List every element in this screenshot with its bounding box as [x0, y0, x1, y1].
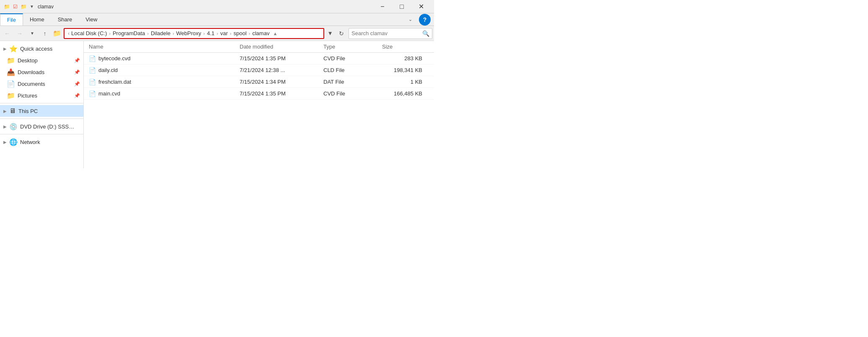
help-button[interactable]: ?: [419, 14, 431, 26]
sidebar-item-desktop[interactable]: 📁 Desktop 📌: [0, 54, 83, 66]
close-button[interactable]: ✕: [411, 0, 431, 13]
tab-share[interactable]: Share: [51, 13, 79, 26]
documents-label: Documents: [18, 81, 45, 87]
file-size: 166,485 KB: [380, 90, 431, 97]
file-name: main.cvd: [98, 90, 120, 97]
breadcrumb-diladele: Diladele: [151, 30, 170, 36]
col-name[interactable]: Name: [87, 44, 238, 50]
search-box[interactable]: 🔍: [349, 28, 432, 39]
file-type: CLD File: [322, 67, 380, 73]
pictures-label: Pictures: [18, 93, 37, 99]
back-button[interactable]: ←: [2, 28, 13, 39]
file-name: daily.cld: [98, 67, 118, 73]
file-name-cell: 📄 daily.cld: [87, 67, 238, 74]
recent-folders-button[interactable]: 📁: [52, 28, 62, 39]
sidebar-section-quick-access[interactable]: ▶ ⭐ Quick access: [0, 43, 83, 54]
sidebar-divider-1: [0, 103, 83, 103]
table-row[interactable]: 📄 daily.cld 7/21/2024 12:38 ... CLD File…: [84, 64, 434, 76]
window-title: clamav: [38, 4, 370, 10]
search-icon[interactable]: 🔍: [422, 29, 429, 38]
folder-icon-title: 📁: [3, 3, 10, 10]
sep3: ›: [173, 31, 174, 36]
file-size: 283 KB: [380, 55, 431, 62]
sep2: ›: [147, 31, 149, 36]
file-name: freshclam.dat: [98, 79, 131, 85]
breadcrumb-var: var: [220, 30, 228, 36]
pin-icon-downloads: 📌: [74, 69, 80, 75]
breadcrumb-up-arrow: ▲: [273, 31, 277, 36]
breadcrumb-41: 4.1: [207, 30, 214, 36]
sidebar-item-network[interactable]: ▶ 🌐 Network: [0, 136, 83, 148]
tab-home[interactable]: Home: [23, 13, 51, 26]
address-bar[interactable]: ‹ Local Disk (C:) › ProgramData › Dilade…: [64, 28, 324, 39]
pin-icon-documents: 📌: [74, 81, 80, 87]
file-type: CVD File: [322, 90, 380, 97]
file-size: 1 KB: [380, 79, 431, 85]
file-area: Name Date modified Type Size 📄 bytecode.…: [84, 41, 434, 168]
folder2-icon-title: 📁: [20, 3, 27, 10]
network-label: Network: [20, 139, 40, 145]
refresh-button[interactable]: ↻: [336, 28, 347, 39]
sidebar-divider-2: [0, 118, 83, 119]
forward-button[interactable]: →: [14, 28, 25, 39]
col-size[interactable]: Size: [380, 44, 431, 50]
pictures-icon: 📁: [7, 92, 15, 100]
file-type: DAT File: [322, 79, 380, 85]
breadcrumb-clamav: clamav: [252, 30, 269, 36]
up-button[interactable]: ↑: [39, 28, 50, 39]
col-type[interactable]: Type: [322, 44, 380, 50]
sidebar-item-this-pc[interactable]: ▶ 🖥 This PC: [0, 105, 83, 117]
sep1: ›: [109, 31, 111, 36]
sidebar-item-dvd[interactable]: ▶ 💿 DVD Drive (D:) SSS_X6: [0, 121, 83, 132]
col-date-modified[interactable]: Date modified: [238, 44, 322, 50]
file-name: bytecode.cvd: [98, 55, 131, 62]
desktop-icon: 📁: [7, 57, 15, 64]
file-name-cell: 📄 main.cvd: [87, 90, 238, 97]
file-type: CVD File: [322, 55, 380, 62]
file-size: 198,341 KB: [380, 67, 431, 73]
downloads-icon: 📥: [7, 68, 15, 76]
pin-icon-desktop: 📌: [74, 58, 80, 63]
tab-file[interactable]: File: [0, 13, 23, 26]
file-icon: 📄: [89, 79, 96, 85]
sep5: ›: [217, 31, 218, 36]
sidebar-item-documents[interactable]: 📄 Documents 📌: [0, 78, 83, 90]
maximize-button[interactable]: □: [392, 0, 411, 13]
network-icon: 🌐: [9, 138, 18, 146]
table-row[interactable]: 📄 bytecode.cvd 7/15/2024 1:35 PM CVD Fil…: [84, 53, 434, 64]
file-date: 7/15/2024 1:35 PM: [238, 55, 322, 62]
breadcrumb-programdata: ProgramData: [113, 30, 145, 36]
dvd-icon: 💿: [9, 123, 18, 131]
sidebar-item-pictures[interactable]: 📁 Pictures 📌: [0, 90, 83, 101]
sep4: ›: [203, 31, 205, 36]
title-bar: 📁 ☑ 📁 ▼ clamav − □ ✕: [0, 0, 434, 13]
main-layout: ▶ ⭐ Quick access 📁 Desktop 📌 📥 Downloads…: [0, 41, 434, 168]
file-list-header: Name Date modified Type Size: [84, 41, 434, 53]
table-row[interactable]: 📄 main.cvd 7/15/2024 1:35 PM CVD File 16…: [84, 88, 434, 100]
table-row[interactable]: 📄 freshclam.dat 7/15/2024 1:34 PM DAT Fi…: [84, 76, 434, 88]
sidebar-item-downloads[interactable]: 📥 Downloads 📌: [0, 66, 83, 78]
tab-view[interactable]: View: [79, 13, 104, 26]
file-date: 7/15/2024 1:34 PM: [238, 79, 322, 85]
address-dropdown-button[interactable]: ▼: [326, 28, 334, 39]
file-icon: 📄: [89, 67, 96, 74]
file-name-cell: 📄 bytecode.cvd: [87, 55, 238, 62]
documents-icon: 📄: [7, 80, 15, 88]
minimize-button[interactable]: −: [373, 0, 392, 13]
file-icon: 📄: [89, 55, 96, 62]
search-input[interactable]: [351, 30, 420, 36]
ribbon-expand-button[interactable]: ⌄: [405, 14, 416, 25]
dropdown-nav-button[interactable]: ▼: [27, 28, 38, 39]
file-icon: 📄: [89, 90, 96, 97]
chevron-right-icon-dvd: ▶: [3, 124, 7, 129]
dropdown-icon-title[interactable]: ▼: [28, 3, 35, 10]
file-name-cell: 📄 freshclam.dat: [87, 79, 238, 85]
folder-nav-icon: 📁: [53, 29, 61, 37]
pin-icon-pictures: 📌: [74, 93, 80, 98]
breadcrumb-left-arrow: ‹: [68, 31, 70, 36]
dvd-label: DVD Drive (D:) SSS_X6: [20, 123, 75, 130]
breadcrumb-webproxy: WebProxy: [176, 30, 202, 36]
breadcrumb-spool: spool: [233, 30, 246, 36]
desktop-label: Desktop: [18, 57, 38, 64]
ribbon: File Home Share View ⌄ ?: [0, 13, 434, 26]
